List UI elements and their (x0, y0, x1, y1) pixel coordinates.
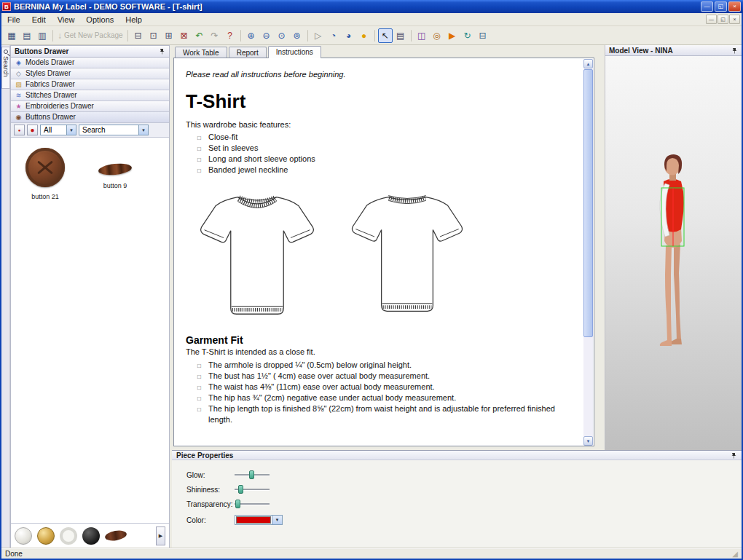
worktable-icon-2[interactable]: ▤ (20, 28, 34, 43)
mdi-restore-button[interactable]: ◱ (718, 15, 728, 24)
slider-thumb[interactable] (238, 485, 243, 494)
shininess-slider[interactable] (235, 484, 270, 494)
slider-thumb[interactable] (249, 470, 254, 479)
pin-icon[interactable] (159, 48, 165, 55)
get-new-package-button[interactable]: ↓ Get New Package (56, 28, 125, 43)
feature-item: Close-fit (197, 132, 565, 143)
scrollbar-thumb[interactable] (583, 69, 593, 337)
drawer-stitches[interactable]: ≋ Stitches Drawer (11, 90, 169, 101)
rotate-left-button[interactable]: ◔ (326, 28, 341, 43)
slider-thumb[interactable] (235, 500, 240, 508)
model-3d-viewport[interactable] (605, 56, 742, 450)
category-dropdown[interactable]: All ▼ (40, 125, 76, 135)
drawer-fabrics[interactable]: ▨ Fabrics Drawer (11, 79, 169, 90)
filter-ball-button[interactable]: ● (27, 125, 38, 135)
search-value: Search (79, 126, 138, 134)
simulate-button[interactable]: ▶ (445, 28, 460, 43)
toolbar-icon: ◔ (331, 31, 336, 40)
model-figure[interactable] (646, 152, 697, 363)
spool-button[interactable]: ◎ (430, 28, 444, 43)
undo-button[interactable]: ↶ (192, 28, 207, 43)
stitch-tool-button[interactable]: ▤ (393, 28, 408, 43)
zoom-in-button[interactable]: ⊕ (244, 28, 259, 43)
strip-button-pearl[interactable] (15, 527, 32, 545)
vertical-scrollbar[interactable]: ▲ ▼ (583, 59, 593, 446)
resize-grip[interactable]: ◢ (732, 551, 738, 558)
instructions-content: Please read all instructions before begi… (173, 58, 594, 446)
toolbar-icon: ◫ (417, 31, 425, 40)
color-dropdown[interactable]: ▼ (235, 515, 283, 525)
button-21-thumbnail[interactable]: button 21 (18, 146, 72, 200)
strip-button-toggle[interactable] (104, 529, 127, 542)
pin-icon[interactable] (731, 47, 738, 54)
menu-view[interactable]: View (52, 15, 81, 25)
mdi-minimize-button[interactable]: — (706, 15, 717, 24)
app-icon: B (2, 2, 11, 11)
color-label: Color: (186, 516, 235, 524)
measure-button[interactable]: ◫ (414, 28, 429, 43)
page-setup-button[interactable]: ⊡ (146, 28, 161, 43)
drawer-icon: ◈ (15, 60, 23, 66)
refresh-button[interactable]: ↻ (460, 28, 475, 43)
walk-button[interactable]: ▷ (311, 28, 326, 43)
print-3d-button[interactable]: ⊟ (476, 28, 490, 43)
dot-icon: ● (18, 128, 21, 133)
button-21-image (25, 148, 65, 187)
scroll-up-button[interactable]: ▲ (583, 59, 593, 68)
scroll-right-button[interactable]: ▶ (156, 527, 165, 545)
menu-help[interactable]: Help (119, 15, 148, 25)
rotate-right-button[interactable]: ◕ (342, 28, 356, 43)
ball-icon: ● (30, 127, 34, 134)
scroll-down-button[interactable]: ▼ (583, 436, 593, 446)
menu-options[interactable]: Options (80, 15, 119, 25)
help-button[interactable]: ? (223, 28, 237, 43)
drawer-models[interactable]: ◈ Models Drawer (11, 58, 169, 68)
fit-item: The hip length top is finished 8⅝" (22cm… (197, 403, 565, 425)
worktable-icon-1[interactable]: ▦ (4, 28, 19, 43)
pin-icon[interactable] (731, 452, 737, 459)
transparency-slider[interactable] (235, 499, 270, 509)
app-window: B BERNINA My Label - DEMO SOFTWARE - [T-… (0, 0, 743, 560)
mdi-close-button[interactable]: × (729, 15, 740, 24)
strip-button-black[interactable] (82, 527, 100, 545)
export-button[interactable]: ⊞ (162, 28, 176, 43)
redo-button[interactable]: ↷ (208, 28, 222, 43)
light-button[interactable]: ● (357, 28, 372, 43)
menu-edit[interactable]: Edit (26, 15, 52, 25)
model-view-header: Model View - NINA (605, 45, 742, 56)
strip-button-white[interactable] (60, 527, 77, 545)
drawer-buttons[interactable]: ◉ Buttons Drawer (11, 112, 169, 123)
color-swatch (236, 516, 271, 524)
toolbar-icon: ◎ (433, 31, 440, 40)
glow-slider[interactable] (235, 470, 270, 480)
titlebar: B BERNINA My Label - DEMO SOFTWARE - [T-… (0, 0, 743, 13)
fit-item: The waist has 4⅜" (11cm) ease over actua… (197, 382, 565, 393)
close-button[interactable]: × (728, 1, 741, 12)
zoom-selection-button[interactable]: ⊚ (290, 28, 304, 43)
tab-instructions[interactable]: Instructions (268, 46, 321, 58)
search-side-tab[interactable]: Search (1, 47, 10, 89)
select-tool-button[interactable]: ↖ (378, 28, 393, 43)
chevron-down-icon[interactable]: ▼ (138, 125, 148, 135)
strip-button-gold[interactable] (37, 527, 55, 545)
toolbar-icon: ▶ (449, 31, 455, 40)
search-dropdown[interactable]: Search ▼ (79, 125, 149, 135)
toolbar-separator (240, 30, 241, 42)
slider-label: Glow: (186, 471, 235, 479)
feature-item: Set in sleeves (197, 143, 565, 154)
minimize-button[interactable]: — (701, 1, 713, 12)
delete-button[interactable]: ⊠ (177, 28, 192, 43)
filter-dot-button[interactable]: ● (14, 125, 25, 135)
drawer-icon: ≋ (15, 92, 23, 99)
menu-file[interactable]: File (1, 15, 26, 25)
zoom-all-button[interactable]: ⊙ (275, 28, 289, 43)
button-9-thumbnail[interactable]: button 9 (88, 146, 142, 189)
chevron-down-icon[interactable]: ▼ (272, 516, 282, 524)
drawer-embroideries[interactable]: ★ Embroideries Drawer (11, 101, 169, 112)
print-button[interactable]: ⊟ (131, 28, 146, 43)
zoom-out-button[interactable]: ⊖ (259, 28, 274, 43)
chevron-down-icon[interactable]: ▼ (66, 125, 76, 135)
worktable-icon-3[interactable]: ▥ (35, 28, 50, 43)
drawer-styles[interactable]: ◇ Styles Drawer (11, 68, 169, 79)
restore-button[interactable]: ◱ (715, 1, 727, 12)
